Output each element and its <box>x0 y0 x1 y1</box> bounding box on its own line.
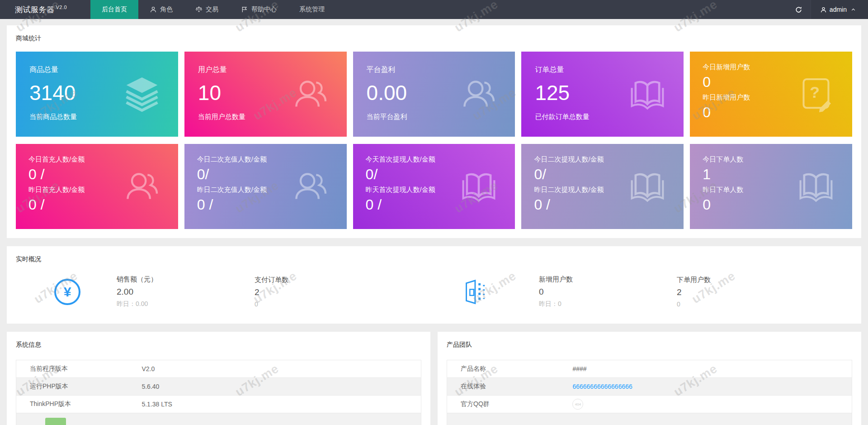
row-value: 5.6.40 <box>142 383 421 390</box>
book-icon <box>627 74 667 114</box>
nav-item-label: 后台首页 <box>102 5 127 14</box>
row-label: 产品名称 <box>447 365 572 373</box>
stat-card: 订单总量125已付款订单总数量 <box>521 52 684 137</box>
stat-sub: 0 <box>677 301 815 308</box>
main-menu: 后台首页 角色 交易 帮助中心 系统管理 <box>90 0 336 19</box>
stat-sub: 昨日：0.00 <box>117 300 255 308</box>
stat-card: 今日首充人数/金额0 /昨日首充人数/金额0 / <box>16 144 178 229</box>
table-row-cut-off <box>16 413 421 425</box>
card-sub-label: 已付款订单总数量 <box>535 113 670 121</box>
row-label: 当前程序版本 <box>16 365 142 373</box>
online-demo-link[interactable]: 66666666666666666 <box>572 383 632 390</box>
cut-off-badge <box>45 418 66 425</box>
docq-icon: ? <box>796 74 836 114</box>
card-label: 今日下单人数 <box>703 155 840 164</box>
stat-card: 今日二次充值人数/金额0/昨日二次充值人数/金额0 / <box>184 144 347 229</box>
building-icon <box>460 278 488 306</box>
admin-dropdown[interactable]: admin <box>811 0 868 19</box>
product-team-panel: 产品团队 产品名称####在线体验66666666666666666官方QQ群4… <box>438 332 861 425</box>
card-sub-label: 当前平台盈利 <box>367 113 502 121</box>
nav-item-system[interactable]: 系统管理 <box>288 0 336 19</box>
card-label: 订单总量 <box>535 65 670 75</box>
app-title: 测试服务器 <box>15 5 55 15</box>
book-icon <box>796 167 836 206</box>
app-version: V2.0 <box>56 5 67 10</box>
stat-order-users: 下单用户数 2 0 <box>677 276 815 308</box>
user-icon <box>820 6 827 13</box>
stat-label: 下单用户数 <box>677 276 815 284</box>
yen-glyph: ¥ <box>64 284 71 300</box>
app-brand: 测试服务器V2.0 <box>0 0 90 19</box>
nav-item-label: 角色 <box>160 5 173 14</box>
system-info-table: 当前程序版本V2.0运行PHP版本5.6.40ThinkPHP版本5.1.38 … <box>16 360 421 425</box>
nav-item-dashboard[interactable]: 后台首页 <box>90 0 138 19</box>
realtime-row: ¥ 销售额（元） 2.00 昨日：0.00 支付订单数 2 0 新增用户数 0 … <box>16 275 852 315</box>
stat-sub: 昨日：0 <box>539 300 677 308</box>
table-row-cut-off <box>447 413 852 425</box>
stat-label: 新增用户数 <box>539 275 677 284</box>
chevron-up-icon <box>850 7 856 13</box>
row-value: V2.0 <box>142 365 421 372</box>
row-label: 运行PHP版本 <box>16 382 142 391</box>
panel-title: 实时概况 <box>16 255 852 263</box>
nav-item-help-center[interactable]: 帮助中心 <box>230 0 288 19</box>
table-row: 官方QQ群404 <box>447 396 852 413</box>
table-row: 运行PHP版本5.6.40 <box>16 378 421 396</box>
row-value: #### <box>572 365 852 372</box>
row-label: 在线体验 <box>447 382 572 391</box>
users-icon <box>459 74 499 114</box>
table-row: ThinkPHP版本5.1.38 LTS <box>16 396 421 413</box>
stat-label: 销售额（元） <box>117 275 255 284</box>
table-row: 在线体验66666666666666666 <box>447 378 852 396</box>
users-icon <box>291 167 330 206</box>
stat-value: 2 <box>677 287 815 297</box>
book-icon <box>459 167 499 206</box>
stat-value: 2 <box>255 287 392 297</box>
stat-paid-orders: 支付订单数 2 0 <box>255 276 392 308</box>
stat-card: 用户总量10当前用户总数量 <box>184 52 347 137</box>
stat-card: 平台盈利0.00当前平台盈利 <box>353 52 515 137</box>
stat-card: 今日下单人数1昨日下单人数0 <box>690 144 852 229</box>
nav-item-label: 交易 <box>206 5 218 14</box>
nav-item-trade[interactable]: 交易 <box>184 0 230 19</box>
users-icon <box>291 74 330 114</box>
shop-stats-panel: 商城统计 商品总量3140当前商品总数量用户总量10当前用户总数量平台盈利0.0… <box>7 25 861 238</box>
stat-new-users: 新增用户数 0 昨日：0 <box>539 275 677 308</box>
stat-label: 支付订单数 <box>255 276 392 284</box>
users-icon <box>122 167 162 206</box>
panel-title: 系统信息 <box>16 341 421 349</box>
scales-icon <box>195 6 203 13</box>
yen-icon: ¥ <box>54 279 80 305</box>
stat-card: 商品总量3140当前商品总数量 <box>16 52 178 137</box>
card-label: 平台盈利 <box>367 65 502 75</box>
card-sub-label: 当前用户总数量 <box>198 113 333 121</box>
bottom-row: 系统信息 当前程序版本V2.0运行PHP版本5.6.40ThinkPHP版本5.… <box>7 332 861 425</box>
stat-value: 0 <box>539 287 677 297</box>
user-icon <box>150 6 157 13</box>
stat-card: 今日新增用户数0昨日新增用户数0? <box>690 52 852 137</box>
nav-item-label: 系统管理 <box>299 5 325 14</box>
stat-card: 今日二次提现人数/金额0/昨日二次提现人数/金额0 / <box>521 144 684 229</box>
nav-item-roles[interactable]: 角色 <box>138 0 184 19</box>
card-label: 今日二次充值人数/金额 <box>197 155 334 164</box>
table-row: 产品名称#### <box>447 360 852 378</box>
layers-icon <box>122 74 162 114</box>
main-content: 商城统计 商品总量3140当前商品总数量用户总量10当前用户总数量平台盈利0.0… <box>0 19 868 425</box>
card-label: 今日首充人数/金额 <box>28 155 165 164</box>
flag-icon <box>241 6 248 13</box>
top-navbar: 测试服务器V2.0 后台首页 角色 交易 帮助中心 系统管理 admin <box>0 0 868 19</box>
card-label: 用户总量 <box>198 65 333 75</box>
stat-sales: 销售额（元） 2.00 昨日：0.00 <box>117 275 255 308</box>
stat-value: 2.00 <box>117 287 255 297</box>
card-label: 今日新增用户数 <box>703 63 840 72</box>
row-label: 官方QQ群 <box>447 400 572 408</box>
admin-username: admin <box>830 6 847 13</box>
panel-title: 商城统计 <box>16 34 852 43</box>
panel-title: 产品团队 <box>447 341 852 349</box>
table-row: 当前程序版本V2.0 <box>16 360 421 378</box>
stat-card: 今天首次提现人数/金额0/昨天首次提现人数/金额0 / <box>353 144 515 229</box>
nav-item-label: 帮助中心 <box>251 5 277 14</box>
refresh-icon <box>795 6 802 14</box>
refresh-button[interactable] <box>787 0 811 19</box>
card-label: 今天首次提现人数/金额 <box>366 155 503 164</box>
